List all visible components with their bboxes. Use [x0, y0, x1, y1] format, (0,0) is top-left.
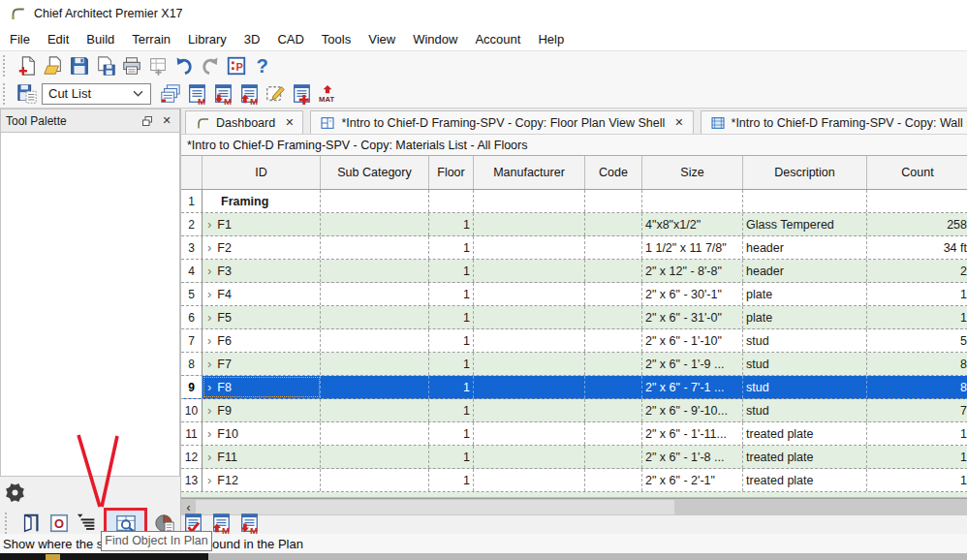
cell-code[interactable] — [585, 306, 642, 328]
cell-floor[interactable]: 1 — [429, 353, 474, 375]
scrollbar-thumb[interactable] — [196, 500, 674, 514]
cell-code[interactable] — [585, 376, 642, 398]
cell-manu[interactable] — [474, 236, 585, 259]
cell-floor[interactable]: 1 — [429, 376, 474, 398]
menu-terrain[interactable]: Terrain — [123, 29, 179, 49]
cell-code[interactable] — [585, 422, 642, 445]
cell-id[interactable]: ›F9 — [203, 399, 321, 421]
redo-icon[interactable] — [197, 52, 223, 78]
cell-desc[interactable]: header — [743, 236, 867, 259]
cell-floor[interactable]: 1 — [429, 399, 474, 421]
cell-count[interactable]: 1 — [867, 469, 967, 491]
cell-code[interactable] — [585, 213, 642, 235]
cell-sub[interactable] — [321, 190, 429, 212]
table-row-f1[interactable]: 2›F114"x8"x1/2"Glass Tempered258 — [181, 213, 967, 236]
menu-account[interactable]: Account — [466, 29, 529, 49]
cell-id[interactable]: ›F3 — [203, 260, 321, 282]
cell-manu[interactable] — [474, 353, 585, 375]
cell-id[interactable]: ›F12 — [203, 469, 321, 491]
menu-view[interactable]: View — [359, 29, 404, 49]
cell-desc[interactable]: treated plate — [743, 422, 867, 445]
row-number[interactable]: 4 — [181, 260, 203, 282]
cell-desc[interactable]: treated plate — [743, 469, 867, 491]
cell-id[interactable]: ›F10 — [203, 422, 321, 445]
cell-manu[interactable] — [474, 446, 585, 468]
table-row-f10[interactable]: 11›F1012" x 6" - 1'-11...treated plate1 — [181, 422, 967, 446]
table-row-f3[interactable]: 4›F312" x 12" - 8'-8"header2 — [181, 260, 967, 283]
cell-floor[interactable] — [429, 190, 474, 212]
cell-sub[interactable] — [321, 446, 429, 468]
cell-desc[interactable]: stud — [743, 329, 867, 352]
cell-count[interactable]: 7 — [867, 399, 967, 421]
column-header-size[interactable]: Size — [642, 156, 743, 189]
table-row-f12[interactable]: 13›F1212" x 6" - 2'-1"treated plate1 — [181, 469, 967, 492]
cell-count[interactable]: 8 — [867, 376, 967, 398]
cell-desc[interactable]: stud — [743, 353, 867, 375]
cell-sub[interactable] — [321, 260, 429, 282]
cell-count[interactable]: 1 — [867, 306, 967, 328]
tab-dashboard[interactable]: Dashboard✕ — [185, 110, 303, 134]
cell-count[interactable]: 1 — [867, 283, 967, 305]
cell-manu[interactable] — [474, 260, 585, 282]
cell-floor[interactable]: 1 — [429, 469, 474, 491]
cell-code[interactable] — [585, 446, 642, 468]
tab-document-1[interactable]: *Intro to Chief-D Framing-SPV - Copy: Fl… — [310, 110, 693, 134]
cell-size[interactable]: 2" x 6" - 1'-9 ... — [642, 353, 743, 375]
row-number[interactable]: 1 — [181, 190, 203, 212]
help-icon[interactable]: ? — [249, 52, 275, 78]
row-number[interactable]: 7 — [181, 329, 203, 352]
row-number[interactable]: 2 — [181, 213, 203, 235]
cell-manu[interactable] — [474, 399, 585, 421]
cell-sub[interactable] — [321, 329, 429, 352]
cell-code[interactable] — [585, 353, 642, 375]
row-number[interactable]: 9 — [181, 376, 203, 398]
table-row-f5[interactable]: 6›F512" x 6" - 31'-0"plate1 — [181, 306, 967, 329]
cell-sub[interactable] — [321, 213, 429, 235]
cell-manu[interactable] — [474, 283, 585, 305]
menu-build[interactable]: Build — [78, 29, 123, 49]
save-materials-list-icon[interactable] — [14, 80, 40, 107]
cell-manu[interactable] — [474, 213, 585, 235]
export-plan-icon[interactable] — [144, 52, 171, 78]
cell-size[interactable]: 2" x 6" - 7'-1 ... — [642, 376, 743, 398]
cell-sub[interactable] — [321, 469, 429, 491]
cell-floor[interactable]: 1 — [429, 213, 474, 235]
list-add-icon[interactable] — [288, 80, 314, 107]
new-file-icon[interactable] — [14, 52, 40, 78]
cell-desc[interactable]: treated plate — [743, 446, 867, 468]
row-expander-icon[interactable]: › — [207, 310, 211, 325]
row-number[interactable]: 11 — [181, 422, 203, 445]
project-browser-icon[interactable]: P — [223, 52, 249, 78]
cell-size[interactable]: 1 1/2" x 11 7/8" — [642, 236, 743, 259]
cell-count[interactable]: 5 — [867, 329, 967, 352]
cell-id[interactable]: ›F11 — [203, 446, 321, 468]
cell-floor[interactable]: 1 — [429, 283, 474, 305]
cell-desc[interactable] — [743, 190, 867, 212]
menu-window[interactable]: Window — [404, 29, 466, 49]
cell-count[interactable]: 2 — [867, 260, 967, 282]
cell-id[interactable]: Framing — [203, 190, 321, 212]
column-header-manufacturer[interactable]: Manufacturer — [474, 156, 585, 189]
row-expander-icon[interactable]: › — [207, 473, 211, 487]
table-row-f9[interactable]: 10›F912" x 6" - 9'-10...stud7 — [181, 399, 967, 422]
cell-sub[interactable] — [321, 376, 429, 398]
row-expander-icon[interactable]: › — [207, 287, 211, 301]
table-row-f2[interactable]: 3›F211 1/2" x 11 7/8"header34 ft — [181, 236, 967, 260]
cell-floor[interactable]: 1 — [429, 446, 474, 468]
cell-code[interactable] — [585, 399, 642, 421]
toolbar-grip[interactable] — [5, 513, 13, 534]
cell-size[interactable]: 2" x 6" - 9'-10... — [642, 399, 743, 421]
cell-floor[interactable]: 1 — [429, 260, 474, 282]
row-number[interactable]: 5 — [181, 283, 203, 305]
cell-count[interactable] — [867, 190, 967, 212]
menu-cad[interactable]: CAD — [268, 29, 312, 49]
cell-size[interactable]: 2" x 6" - 30'-1" — [642, 283, 743, 305]
table-row-f7[interactable]: 8›F712" x 6" - 1'-9 ...stud8 — [181, 353, 967, 376]
cell-manu[interactable] — [474, 422, 585, 445]
row-expander-icon[interactable]: › — [207, 426, 211, 441]
list-options-icon[interactable] — [74, 511, 100, 537]
cell-id[interactable]: ›F7 — [203, 353, 321, 375]
tab-document-2[interactable]: *Intro to Chief-D Framing-SPV - Copy: Wa… — [701, 110, 967, 134]
cell-count[interactable]: 34 ft — [867, 236, 967, 259]
cell-manu[interactable] — [474, 376, 585, 398]
